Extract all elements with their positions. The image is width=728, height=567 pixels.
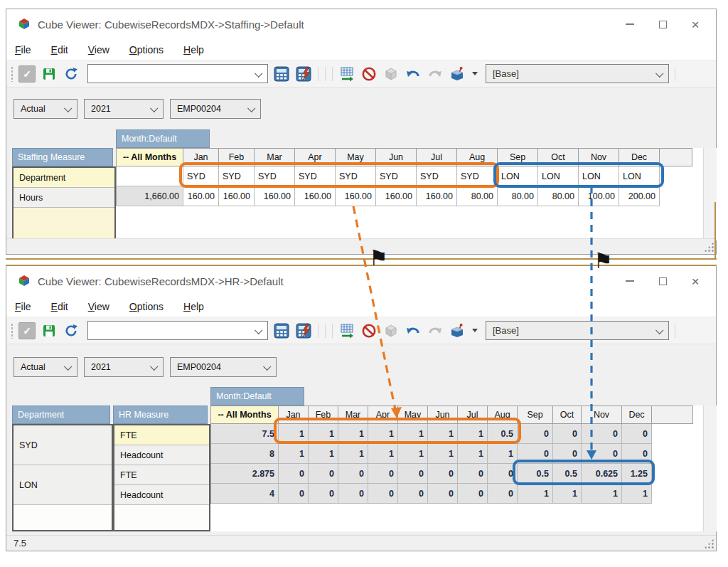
column-header-cell[interactable]: Oct: [538, 149, 579, 166]
grid-cell[interactable]: 0.5: [553, 464, 582, 484]
menu-file[interactable]: File: [15, 301, 31, 312]
column-header-cell[interactable]: Oct: [553, 406, 582, 424]
cube-disabled-button[interactable]: [382, 65, 400, 83]
column-header-cell[interactable]: Feb: [309, 406, 338, 424]
grid-cell[interactable]: 160.00: [376, 186, 417, 206]
column-header-cell[interactable]: Sep: [518, 406, 553, 424]
automatic-recalc-button[interactable]: [273, 65, 290, 83]
export-slice-button[interactable]: [338, 322, 355, 339]
grid-cell[interactable]: 1: [338, 424, 368, 444]
grid-cell[interactable]: 1: [368, 444, 398, 464]
grid-cell[interactable]: 0.5: [488, 424, 518, 444]
grid-cell[interactable]: 0: [458, 484, 488, 504]
version-dropdown[interactable]: Actual: [14, 357, 77, 377]
column-header-cell[interactable]: Jul: [458, 406, 488, 424]
grid-cell[interactable]: 1: [518, 484, 553, 504]
grid-cell[interactable]: SYD: [336, 166, 376, 186]
sandbox-button[interactable]: [449, 322, 466, 339]
grid-cell[interactable]: [652, 484, 693, 504]
recalculate-button[interactable]: [63, 65, 80, 83]
column-header-cell[interactable]: May: [398, 406, 428, 424]
cube-disabled-button[interactable]: [382, 322, 400, 339]
recalculate-button[interactable]: [63, 322, 80, 339]
resize-grip[interactable]: [704, 242, 714, 252]
year-dropdown[interactable]: 2021: [84, 99, 164, 119]
column-header-cell[interactable]: Sep: [498, 149, 538, 166]
grid-cell[interactable]: 0: [398, 484, 428, 504]
column-header-cell[interactable]: [652, 406, 693, 424]
column-header-cell[interactable]: -- All Months: [117, 149, 183, 166]
grid-cell[interactable]: 1: [488, 444, 518, 464]
grid-cell[interactable]: 0: [368, 464, 398, 484]
filter-combobox[interactable]: [87, 64, 268, 83]
grid-cell[interactable]: [652, 444, 693, 464]
grid-cell[interactable]: 1,660.00: [117, 186, 183, 206]
grid-cell[interactable]: 0: [622, 444, 652, 464]
grid-cell[interactable]: 160.00: [336, 186, 376, 206]
grid-cell[interactable]: 0: [309, 464, 338, 484]
minimize-button[interactable]: [614, 9, 646, 39]
menu-help[interactable]: Help: [183, 301, 204, 312]
title-bar[interactable]: Cube Viewer: CubewiseRecordsMDX->Staffin…: [6, 9, 716, 39]
grid-cell[interactable]: 0.5: [518, 464, 553, 484]
grid-cell[interactable]: SYD: [219, 166, 255, 186]
grid-cell[interactable]: 1: [458, 424, 488, 444]
column-header-cell[interactable]: Mar: [255, 149, 295, 166]
grid-cell[interactable]: 1: [368, 424, 398, 444]
grid-cell[interactable]: [652, 424, 693, 444]
automatic-recalc-button[interactable]: [273, 322, 290, 339]
redo-button[interactable]: [427, 65, 444, 83]
export-slice-button[interactable]: [338, 65, 355, 83]
grid-cell[interactable]: 0: [553, 444, 582, 464]
row-header-headcount-lon[interactable]: Headcount: [114, 485, 209, 505]
grid-cell[interactable]: 0: [518, 424, 553, 444]
vertical-scrollbar[interactable]: [703, 148, 717, 240]
grid-cell[interactable]: 1: [458, 444, 488, 464]
column-header-cell[interactable]: [660, 149, 692, 166]
grid-cell[interactable]: 160.00: [255, 186, 295, 206]
grid-cell[interactable]: 1: [279, 444, 309, 464]
column-header-cell[interactable]: Apr: [368, 406, 398, 424]
grid-cell[interactable]: 160.00: [295, 186, 336, 206]
grid-cell[interactable]: [660, 166, 692, 186]
grid-cell[interactable]: 200.00: [619, 186, 660, 206]
grid-cell[interactable]: LON: [579, 166, 619, 186]
grid-cell[interactable]: 8: [211, 444, 279, 464]
year-dropdown[interactable]: 2021: [84, 357, 164, 377]
grid-cell[interactable]: 4: [211, 484, 279, 504]
menu-view[interactable]: View: [88, 301, 109, 312]
column-dimension-tab[interactable]: Month:Default: [210, 387, 304, 406]
version-dropdown[interactable]: Actual: [14, 99, 77, 119]
grid-cell[interactable]: [660, 186, 692, 206]
menu-edit[interactable]: Edit: [51, 44, 68, 55]
close-button[interactable]: ×: [679, 266, 712, 296]
grid-cell[interactable]: 1.25: [622, 464, 652, 484]
menu-file[interactable]: File: [15, 44, 31, 55]
grid-cell[interactable]: 7.5: [211, 424, 279, 444]
toolbar-grip[interactable]: [11, 66, 14, 82]
column-header-cell[interactable]: Aug: [457, 149, 498, 166]
grid-cell[interactable]: LON: [538, 166, 579, 186]
grid-cell[interactable]: 0: [488, 464, 518, 484]
commit-check-button[interactable]: ✓: [18, 65, 36, 83]
grid-cell[interactable]: LON: [619, 166, 660, 186]
column-header-cell[interactable]: Jan: [183, 149, 219, 166]
grid-cell[interactable]: 1: [622, 484, 652, 504]
menu-options[interactable]: Options: [129, 301, 164, 312]
column-header-cell[interactable]: -- All Months: [211, 406, 279, 424]
grid-cell[interactable]: 0: [582, 444, 622, 464]
row-header-syd[interactable]: SYD: [14, 425, 112, 465]
grid-cell[interactable]: [652, 464, 693, 484]
employee-dropdown[interactable]: EMP00204: [170, 99, 261, 119]
grid-cell[interactable]: 0: [458, 464, 488, 484]
grid-cell[interactable]: SYD: [457, 166, 498, 186]
grid-cell[interactable]: 0: [488, 484, 518, 504]
grid-cell[interactable]: 1: [398, 444, 428, 464]
row-header-fte-lon[interactable]: FTE: [114, 465, 209, 485]
grid-cell[interactable]: 1: [398, 424, 428, 444]
grid-cell[interactable]: 0: [338, 484, 368, 504]
column-header-cell[interactable]: Feb: [219, 149, 255, 166]
grid-cell[interactable]: 0: [582, 424, 622, 444]
row-header-fte-syd[interactable]: FTE: [114, 425, 209, 445]
grid-cell[interactable]: 1: [428, 444, 458, 464]
